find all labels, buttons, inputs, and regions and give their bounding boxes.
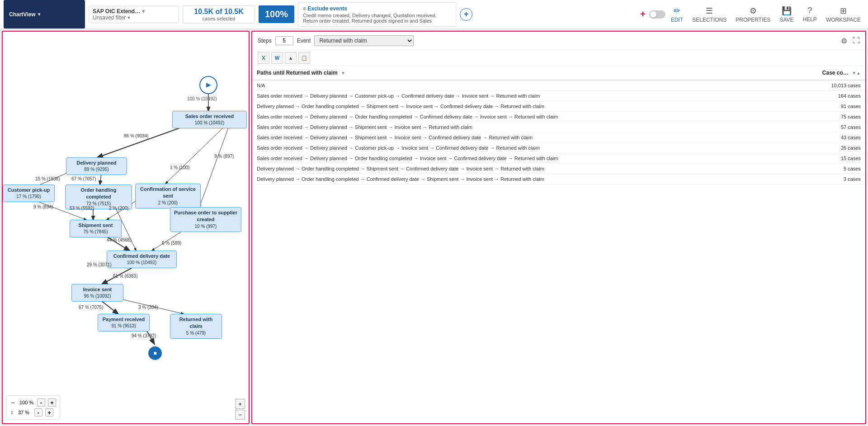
- export-chart-button[interactable]: ▲: [285, 52, 297, 64]
- save-icon: 💾: [782, 6, 792, 16]
- table-row[interactable]: N/A10,013 cases: [252, 80, 865, 91]
- filter-icon[interactable]: ▼: [341, 71, 345, 76]
- shipment-sent-label: Shipment sent: [74, 222, 118, 229]
- fullscreen-button[interactable]: ⛶: [853, 37, 860, 45]
- shipment-sent-node[interactable]: Shipment sent 75 % (7845): [70, 220, 122, 237]
- end-icon: ■: [153, 350, 156, 357]
- export-excel-button[interactable]: X: [258, 52, 269, 64]
- app-title[interactable]: ChartView ▾: [4, 0, 85, 28]
- plus-red-button[interactable]: +: [638, 7, 647, 21]
- delivery-planned-label: Delivery planned: [70, 160, 123, 166]
- save-button[interactable]: 💾 SAVE: [776, 4, 797, 25]
- right-top-controls: Steps Event Returned with claim ⚙ ⛶: [252, 32, 865, 50]
- excel-icon: X: [262, 55, 265, 61]
- filter-name-row[interactable]: SAP OtC Extend… ▾: [93, 8, 175, 14]
- table-row[interactable]: Sales order received → Delivery planned …: [252, 112, 865, 122]
- export-word-button[interactable]: W: [271, 52, 283, 64]
- filter-saved-row[interactable]: Unsaved filter ▾: [93, 14, 175, 21]
- edge-44-label: 44 % (4568): [107, 237, 131, 242]
- steps-input[interactable]: [275, 36, 293, 45]
- filter-saved: Unsaved filter: [93, 14, 126, 21]
- cases-column-label: Case co…: [822, 70, 849, 76]
- table-row[interactable]: Sales order received → Delivery planned …: [252, 122, 865, 133]
- confirmed-delivery-node[interactable]: Confirmed delivery date 100 % (10492): [107, 251, 177, 268]
- play-icon: ▶: [206, 80, 211, 90]
- cases-cell: 26 cases: [784, 143, 865, 153]
- edge-61-label: 61 % (6383): [113, 274, 137, 279]
- cases-column-header[interactable]: Case co… ▼▲: [784, 66, 865, 80]
- topbar-right: + ✏ EDIT ☰ SELECTIONS ⚙ PROPERTIES 💾 SAV…: [638, 4, 864, 25]
- workspace-button[interactable]: ⊞ WORKSPACE: [822, 4, 864, 25]
- path-column-header[interactable]: Paths until Returned with claim ▼: [252, 66, 784, 80]
- end-node[interactable]: ■: [148, 346, 162, 360]
- table-row[interactable]: Sales order received → Delivery planned …: [252, 153, 865, 164]
- customer-pickup-label: Customer pick-up: [7, 187, 51, 194]
- selections-button[interactable]: ☰ SELECTIONS: [689, 4, 730, 25]
- cases-label: cases selected: [203, 16, 236, 21]
- scroll-up-button[interactable]: +: [235, 399, 245, 409]
- path-cell: Sales order received → Delivery planned …: [252, 143, 784, 153]
- word-icon: W: [275, 55, 279, 61]
- customer-pickup-node[interactable]: Customer pick-up 17 % (1790): [3, 185, 55, 202]
- paths-table: Paths until Returned with claim ▼ Case c…: [252, 66, 865, 185]
- paths-tbody: N/A10,013 casesSales order received → De…: [252, 80, 865, 185]
- scroll-buttons: + −: [235, 399, 245, 420]
- start-node[interactable]: ▶: [199, 76, 217, 94]
- settings-button[interactable]: ⚙: [841, 37, 847, 45]
- returned-claim-sub: 5 % (479): [174, 330, 218, 336]
- vertical-zoom-row: ↕ 37 % - +: [10, 408, 56, 417]
- export-doc-button[interactable]: 📋: [298, 52, 310, 64]
- table-row[interactable]: Sales order received → Delivery planned …: [252, 143, 865, 153]
- purchase-order-sub: 10 % (997): [174, 223, 237, 230]
- flow-canvas[interactable]: ▶ 100 % (10492) Sales order received 100…: [3, 32, 249, 423]
- cases-badge: 10.5K of 10.5K cases selected: [183, 5, 255, 24]
- exclude-title[interactable]: ≡ Exclude events: [303, 5, 451, 12]
- vertical-zoom-icon: ↕: [10, 409, 13, 416]
- cases-cell: 15 cases: [784, 153, 865, 164]
- app-title-text: ChartView: [9, 11, 35, 18]
- properties-button[interactable]: ⚙ PROPERTIES: [732, 4, 774, 25]
- filter-name: SAP OtC Extend…: [93, 8, 140, 14]
- properties-label: PROPERTIES: [736, 17, 770, 23]
- invoice-sent-label: Invoice sent: [75, 286, 119, 293]
- vertical-zoom-minus[interactable]: -: [34, 408, 42, 417]
- invoice-sent-node[interactable]: Invoice sent 96 % (10092): [71, 284, 123, 302]
- table-row[interactable]: Delivery planned → Order handling comple…: [252, 174, 865, 185]
- svg-line-3: [199, 127, 229, 207]
- switch-track[interactable]: [649, 10, 665, 19]
- payment-received-sub: 91 % (9513): [102, 323, 146, 329]
- add-button[interactable]: +: [460, 8, 472, 21]
- switch-thumb: [650, 11, 656, 18]
- table-row[interactable]: Delivery planned → Order handling comple…: [252, 164, 865, 174]
- table-section[interactable]: Paths until Returned with claim ▼ Case c…: [252, 66, 865, 423]
- customer-pickup-sub: 17 % (1790): [7, 194, 51, 200]
- sort-icon[interactable]: ▼▲: [852, 71, 861, 76]
- table-row[interactable]: Sales order received → Delivery planned …: [252, 91, 865, 101]
- scroll-down-button[interactable]: −: [235, 410, 245, 420]
- purchase-order-node[interactable]: Purchase order to supplier created 10 % …: [170, 207, 241, 232]
- vertical-zoom-plus[interactable]: +: [45, 408, 53, 417]
- edit-button[interactable]: ✏ EDIT: [667, 4, 687, 25]
- horizontal-zoom-minus[interactable]: -: [37, 398, 45, 407]
- table-row[interactable]: Sales order received → Delivery planned …: [252, 133, 865, 143]
- payment-received-label: Payment received: [102, 316, 146, 323]
- exclude-events-box: ≡ Exclude events Credit memo created, De…: [298, 2, 456, 27]
- zoom-controls: ↔ 100 % - + ↕ 37 % - +: [6, 395, 60, 420]
- toggle-switch[interactable]: [649, 10, 665, 19]
- sales-order-node[interactable]: Sales order received 100 % (10492): [172, 111, 247, 128]
- horizontal-zoom-plus[interactable]: +: [48, 398, 56, 407]
- help-button[interactable]: ? HELP: [799, 4, 821, 24]
- event-select[interactable]: Returned with claim: [314, 35, 414, 46]
- confirmation-service-node[interactable]: Confirmation of service sent 2 % (200): [135, 184, 201, 208]
- path-cell: Delivery planned → Order handling comple…: [252, 174, 784, 185]
- returned-claim-node[interactable]: Returned with claim 5 % (479): [170, 314, 222, 339]
- vertical-zoom-value: 37 %: [16, 410, 32, 415]
- filter-chevron1: ▾: [142, 8, 145, 14]
- edge-67-pmt-label: 67 % (7075): [79, 305, 103, 310]
- delivery-planned-node[interactable]: Delivery planned 89 % (9295): [66, 157, 127, 175]
- selections-icon: ☰: [706, 6, 713, 16]
- table-row[interactable]: Delivery planned → Order handling comple…: [252, 101, 865, 112]
- exclude-text: Credit memo created, Delivery changed, Q…: [303, 13, 451, 24]
- payment-received-node[interactable]: Payment received 91 % (9513): [98, 314, 150, 331]
- edge-1-label: 1 % (100): [170, 165, 189, 170]
